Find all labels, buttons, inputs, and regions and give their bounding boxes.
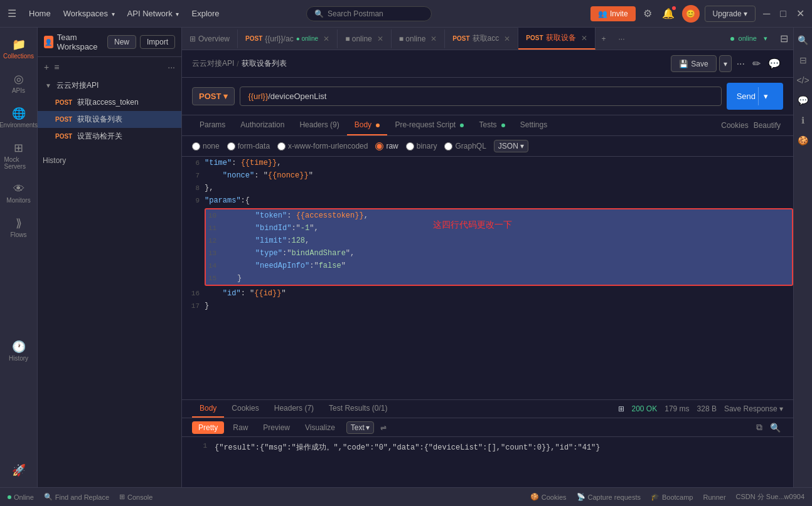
tree-item-switch[interactable]: POST 设置动检开关 (38, 128, 181, 145)
find-replace-button[interactable]: 🔍 Find and Replace (44, 493, 109, 501)
notification-icon[interactable]: 🔔 (660, 5, 677, 22)
method-select[interactable]: POST ▾ (192, 87, 235, 105)
tree-item-access-token[interactable]: POST 获取access_token (38, 94, 181, 111)
resp-tab-body[interactable]: Body (192, 400, 224, 418)
upgrade-button[interactable]: Upgrade ▾ (705, 6, 756, 22)
tab-get-device[interactable]: POST 获取设备 ✕ (518, 28, 595, 50)
avatar[interactable]: 😊 (682, 5, 700, 23)
tab-online-2[interactable]: ■ online ✕ (392, 29, 446, 48)
right-search-icon[interactable]: 🔍 (795, 33, 811, 48)
breadcrumb-parent[interactable]: 云云对接API (192, 58, 234, 69)
new-button[interactable]: New (107, 35, 136, 49)
more-tabs-icon[interactable]: ··· (612, 29, 631, 48)
tree-root[interactable]: ▼ 云云对接API (38, 77, 181, 94)
maximize-button[interactable]: □ (777, 6, 789, 22)
minimize-button[interactable]: ─ (761, 6, 772, 22)
right-layout-icon[interactable]: ⊟ (797, 53, 809, 68)
settings-icon[interactable]: ⚙ (641, 5, 654, 22)
sidebar-item-rocket[interactable]: 🚀 (2, 458, 36, 482)
radio-urlencoded[interactable]: x-www-form-urlencoded (277, 142, 368, 150)
save-dropdown-button[interactable]: ▾ (719, 55, 732, 72)
cookies-button[interactable]: Cookies (719, 119, 751, 132)
monitors-icon: 👁 (13, 182, 24, 196)
sort-icon[interactable]: ≡ (53, 61, 60, 73)
nav-api-network[interactable]: API Network ▾ (122, 6, 184, 21)
save-response-button[interactable]: Save Response ▾ (724, 404, 783, 413)
sidebar-item-mock-servers[interactable]: ⊞ Mock Servers (2, 136, 36, 175)
beautify-button[interactable]: Beautify (751, 119, 783, 132)
sidebar-item-history[interactable]: 🕐 History (2, 335, 36, 367)
collections-more-icon[interactable]: ··· (166, 61, 176, 73)
send-dropdown-icon[interactable]: ▾ (758, 87, 773, 105)
nav-explore[interactable]: Explore (186, 6, 224, 21)
runner[interactable]: Runner (703, 493, 725, 501)
url-input[interactable]: {{url}}/deviceOpenList (240, 87, 721, 106)
radio-form-data[interactable]: form-data (227, 142, 270, 150)
sidebar-item-flows[interactable]: ⟫ Flows (2, 211, 36, 243)
invite-button[interactable]: 👥 Invite (590, 6, 636, 21)
close-icon[interactable]: ✕ (430, 34, 437, 43)
wrap-icon[interactable]: ⇌ (377, 422, 390, 433)
right-comment-icon[interactable]: 💬 (795, 93, 811, 108)
tab-settings[interactable]: Settings (513, 115, 555, 135)
search-bar[interactable]: 🔍 Search Postman (306, 6, 432, 21)
search-response-icon[interactable]: 🔍 (767, 421, 783, 434)
radio-none[interactable]: none (192, 142, 220, 150)
bootcamp[interactable]: 🎓 Bootcamp (651, 493, 693, 501)
radio-raw[interactable]: raw (375, 142, 398, 150)
tab-params[interactable]: Params (192, 115, 233, 135)
right-info-icon[interactable]: ℹ (799, 113, 807, 128)
tab-online-1[interactable]: ■ online ✕ (338, 29, 392, 48)
right-code-icon[interactable]: </> (794, 73, 811, 88)
add-collection-icon[interactable]: + (43, 61, 50, 73)
resp-body-tab-raw[interactable]: Raw (227, 421, 254, 434)
radio-binary[interactable]: binary (406, 142, 437, 150)
resp-body-tab-preview[interactable]: Preview (257, 421, 296, 434)
close-icon[interactable]: ✕ (504, 34, 510, 43)
tab-get-acc[interactable]: POST 获取acc ✕ (445, 28, 518, 49)
tabs-bar: ⊞ Overview POST {{url}}/ac ● online ✕ ■ … (182, 28, 793, 50)
tab-tests[interactable]: Tests (471, 115, 512, 135)
nav-workspaces[interactable]: Workspaces ▾ (58, 6, 120, 21)
resp-body-tab-pretty[interactable]: Pretty (192, 421, 224, 434)
console-button[interactable]: ⊞ Console (119, 493, 152, 501)
more-options-icon[interactable]: ··· (734, 55, 747, 72)
send-button[interactable]: Send ▾ (727, 83, 783, 110)
online-status[interactable]: Online (8, 493, 34, 501)
sidebar-item-monitors[interactable]: 👁 Monitors (2, 177, 36, 209)
tab-overview[interactable]: ⊞ Overview (182, 29, 238, 48)
nav-home[interactable]: Home (24, 6, 56, 21)
resp-tab-cookies[interactable]: Cookies (224, 400, 266, 418)
sidebar-item-apis[interactable]: ◎ APIs (2, 67, 36, 99)
comment-icon[interactable]: 💬 (766, 55, 783, 72)
tab-body[interactable]: Body (347, 115, 388, 135)
response-format-select[interactable]: Text ▾ (346, 421, 374, 434)
layout-icon[interactable]: ⊟ (775, 30, 793, 47)
close-button[interactable]: ✕ (794, 5, 807, 22)
save-button[interactable]: 💾 Save (671, 55, 716, 72)
sidebar-item-environments[interactable]: 🌐 Environments (2, 102, 36, 134)
code-editor[interactable]: 6 "time": {{time}}, 7 "nonce": "{{nonce}… (182, 157, 793, 399)
resp-tab-test-results[interactable]: Test Results (0/1) (321, 400, 395, 418)
tab-headers[interactable]: Headers (9) (292, 115, 346, 135)
resp-tab-headers[interactable]: Headers (7) (267, 400, 321, 418)
capture-requests[interactable]: 📡 Capture requests (577, 493, 641, 501)
edit-icon[interactable]: ✏ (750, 55, 763, 72)
hamburger-icon[interactable]: ☰ (5, 5, 19, 22)
tree-item-device-list[interactable]: POST 获取设备列表 (38, 111, 181, 128)
tab-pre-request-script[interactable]: Pre-request Script (387, 115, 471, 135)
resp-body-tab-visualize[interactable]: Visualize (299, 421, 341, 434)
import-button[interactable]: Import (140, 35, 175, 49)
sidebar-item-collections[interactable]: 📁 Collections (2, 33, 36, 65)
close-icon[interactable]: ✕ (581, 34, 587, 43)
close-icon[interactable]: ✕ (323, 34, 329, 43)
tab-authorization[interactable]: Authorization (233, 115, 292, 135)
right-cookie-icon[interactable]: 🍪 (795, 133, 811, 148)
tab-post-ac[interactable]: POST {{url}}/ac ● online ✕ (238, 29, 338, 48)
copy-response-icon[interactable]: ⧉ (754, 421, 765, 434)
radio-graphql[interactable]: GraphQL (444, 142, 486, 150)
close-icon[interactable]: ✕ (377, 34, 383, 43)
cookies-bottom[interactable]: 🍪 Cookies (530, 493, 567, 501)
json-format-select[interactable]: JSON ▾ (494, 140, 528, 152)
add-tab-button[interactable]: + (596, 29, 612, 48)
